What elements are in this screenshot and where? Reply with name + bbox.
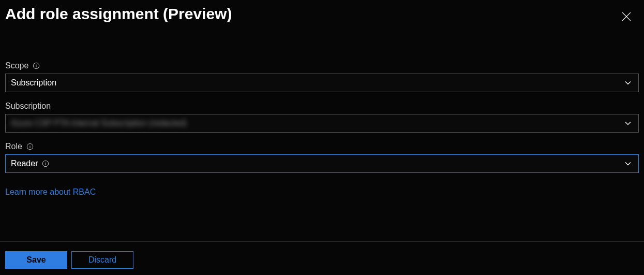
subscription-select[interactable]: Azure CSP PTA Internal Subscription (red… <box>5 114 639 133</box>
role-field: Role Reader <box>5 142 639 173</box>
panel-header: Add role assignment (Preview) <box>0 0 644 25</box>
scope-label: Scope <box>5 61 28 70</box>
save-button[interactable]: Save <box>5 251 67 269</box>
svg-point-7 <box>29 145 30 146</box>
chevron-down-icon <box>624 160 632 168</box>
info-icon[interactable] <box>42 160 49 167</box>
add-role-assignment-panel: Add role assignment (Preview) Scope <box>0 0 644 275</box>
close-button[interactable] <box>618 8 635 25</box>
role-label: Role <box>5 142 22 151</box>
subscription-select-value: Azure CSP PTA Internal Subscription (red… <box>11 119 187 128</box>
learn-more-rbac-link[interactable]: Learn more about RBAC <box>5 187 96 197</box>
form-area: Scope Subscription <box>0 25 644 197</box>
role-label-row: Role <box>5 142 639 151</box>
discard-button[interactable]: Discard <box>71 251 133 269</box>
subscription-label: Subscription <box>5 102 51 111</box>
role-select[interactable]: Reader <box>5 154 639 173</box>
scope-select[interactable]: Subscription <box>5 74 639 92</box>
scope-field: Scope Subscription <box>5 61 639 92</box>
scope-label-row: Scope <box>5 61 639 70</box>
subscription-field: Subscription Azure CSP PTA Internal Subs… <box>5 102 639 133</box>
svg-point-4 <box>36 64 37 65</box>
panel-footer: Save Discard <box>0 241 644 275</box>
role-select-value: Reader <box>11 159 38 168</box>
page-title: Add role assignment (Preview) <box>5 5 232 23</box>
svg-point-10 <box>46 162 46 163</box>
chevron-down-icon <box>624 79 632 87</box>
subscription-label-row: Subscription <box>5 102 639 111</box>
info-icon[interactable] <box>26 143 34 150</box>
chevron-down-icon <box>624 119 632 127</box>
scope-select-value: Subscription <box>11 78 56 88</box>
close-icon <box>622 12 631 21</box>
info-icon[interactable] <box>33 62 40 69</box>
